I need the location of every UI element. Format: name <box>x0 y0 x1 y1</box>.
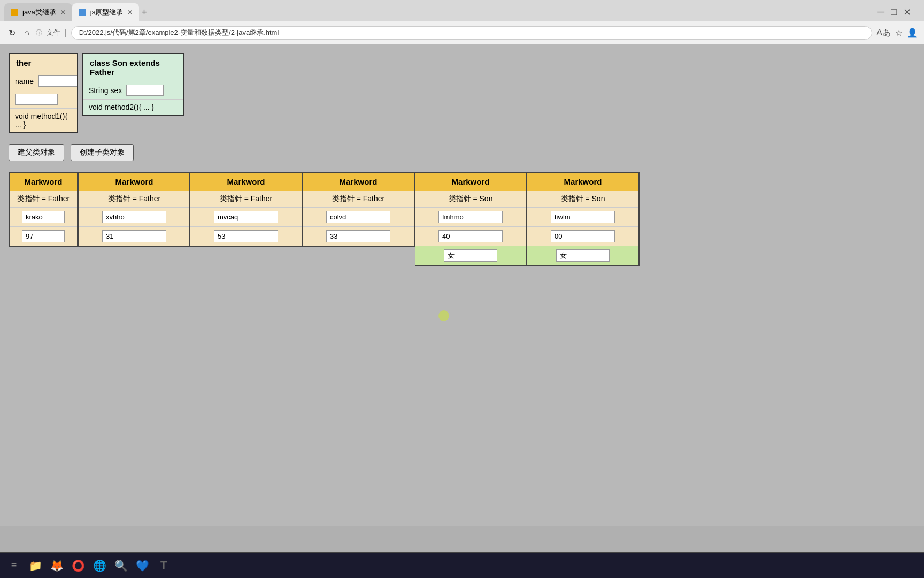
mw-sex-6 <box>527 246 638 265</box>
tab1-label: java类继承 <box>22 7 56 17</box>
class-diagrams: ther name void method1(){ ... } class So… <box>9 53 915 133</box>
mw-sub-6: 类指针 = Son <box>527 191 638 208</box>
mw-sex-input-6[interactable] <box>556 249 610 262</box>
mw-name-3 <box>190 208 302 227</box>
mw-age-input-4[interactable] <box>326 230 390 242</box>
search-icon: 🔍 <box>114 559 128 572</box>
mw-name-input-3[interactable] <box>214 211 278 223</box>
mw-age-input-partial[interactable] <box>22 230 65 242</box>
mw-name-partial <box>10 208 77 227</box>
mw-name-4 <box>303 208 414 227</box>
taskbar-files[interactable]: 📁 <box>26 556 45 575</box>
tab-icon-java <box>11 9 18 16</box>
mw-sex-5 <box>415 246 526 265</box>
mw-name-2 <box>79 208 189 227</box>
mw-name-5 <box>415 208 526 227</box>
mw-age-partial <box>10 227 77 246</box>
mw-header-3: Markword <box>190 173 302 191</box>
tab-icon-js <box>79 9 86 16</box>
father-name-label: name <box>15 77 34 86</box>
profile-icon[interactable]: 👤 <box>907 28 918 38</box>
markword-card-5: Markword 类指针 = Son <box>415 172 527 266</box>
son-sex-input[interactable] <box>126 85 164 96</box>
taskbar-firefox[interactable]: 🦊 <box>47 556 66 575</box>
father-age-input[interactable] <box>15 94 58 105</box>
window-close-button[interactable]: ✕ <box>903 6 911 18</box>
tab-java[interactable]: java类继承 ✕ <box>4 3 72 21</box>
son-class-box: class Son extends Father String sex void… <box>82 53 184 116</box>
mw-sex-input-5[interactable] <box>444 249 497 262</box>
tab1-close[interactable]: ✕ <box>60 9 66 16</box>
info-icon: ⓘ <box>36 28 42 37</box>
tab2-close[interactable]: ✕ <box>127 9 133 16</box>
mw-name-input-5[interactable] <box>438 211 503 223</box>
taskbar: ≡ 📁 🦊 ⭕ 🌐 🔍 💙 T <box>0 552 924 578</box>
mw-sub-4: 类指针 = Father <box>303 191 414 208</box>
father-method: void method1(){ ... } <box>10 109 77 132</box>
create-father-button[interactable]: 建父类对象 <box>9 144 64 161</box>
refresh-button[interactable]: ↻ <box>6 26 18 40</box>
typora-icon: T <box>160 559 167 572</box>
mw-sub-3: 类指针 = Father <box>190 191 302 208</box>
mw-age-input-5[interactable] <box>438 230 503 242</box>
father-name-input[interactable] <box>38 75 78 87</box>
buttons-row: 建父类对象 创建子类对象 <box>9 144 915 161</box>
create-son-button[interactable]: 创建子类对象 <box>71 144 134 161</box>
mw-name-input-partial[interactable] <box>22 211 65 223</box>
address-right-icons: Aあ ☆ 👤 <box>876 27 918 39</box>
translate-icon[interactable]: Aあ <box>876 27 891 39</box>
markword-cards: Markword 类指针 = Father Markword 类指针 = Fat… <box>9 172 915 266</box>
markword-card-4: Markword 类指针 = Father <box>303 172 415 247</box>
minimize-button[interactable]: ─ <box>877 6 884 18</box>
url-input[interactable] <box>71 26 873 40</box>
favorites-icon[interactable]: ☆ <box>895 28 903 38</box>
mw-header-partial: Markword <box>10 173 77 191</box>
markword-card-3: Markword 类指针 = Father <box>190 172 303 247</box>
address-bar: ↻ ⌂ ⓘ 文件 | Aあ ☆ 👤 <box>0 21 924 44</box>
mw-age-input-3[interactable] <box>214 230 278 242</box>
browser-chrome: java类继承 ✕ js原型继承 ✕ + ─ □ ✕ ↻ ⌂ ⓘ 文件 | Aあ… <box>0 0 924 44</box>
mw-age-3 <box>190 227 302 246</box>
tab2-label: js原型继承 <box>90 7 123 17</box>
office-icon: ⭕ <box>72 559 85 572</box>
taskbar-edge[interactable]: 🌐 <box>90 556 109 575</box>
mw-header-4: Markword <box>303 173 414 191</box>
home-button[interactable]: ⌂ <box>22 26 32 40</box>
son-method: void method2(){ ... } <box>83 100 183 115</box>
new-tab-button[interactable]: + <box>141 7 147 18</box>
vscode-icon: 💙 <box>136 559 149 572</box>
mw-header-2: Markword <box>79 173 189 191</box>
father-class-title: ther <box>10 54 77 72</box>
father-name-field: name <box>10 72 77 90</box>
mw-age-input-2[interactable] <box>102 230 166 242</box>
mw-age-2 <box>79 227 189 246</box>
mw-name-6 <box>527 208 638 227</box>
taskbar-typora[interactable]: T <box>154 556 173 575</box>
mw-header-5: Markword <box>415 173 526 191</box>
mw-name-input-6[interactable] <box>551 211 615 223</box>
cursor-indicator <box>438 310 449 321</box>
mw-name-input-4[interactable] <box>326 211 390 223</box>
maximize-button[interactable]: □ <box>891 6 897 18</box>
markword-card-2: Markword 类指针 = Father <box>78 172 190 247</box>
father-class-box: ther name void method1(){ ... } <box>9 53 78 133</box>
markword-card-partial: Markword 类指针 = Father <box>9 172 78 247</box>
taskbar-office[interactable]: ⭕ <box>68 556 88 575</box>
taskbar-search[interactable]: 🔍 <box>111 556 130 575</box>
taskbar-start[interactable]: ≡ <box>4 556 24 575</box>
father-age-field <box>10 90 77 109</box>
markword-card-6: Markword 类指针 = Son <box>527 172 640 266</box>
mw-sub-2: 类指针 = Father <box>79 191 189 208</box>
mw-sub-partial: 类指针 = Father <box>10 191 77 208</box>
mw-header-6: Markword <box>527 173 638 191</box>
mw-name-input-2[interactable] <box>102 211 166 223</box>
mw-age-4 <box>303 227 414 246</box>
mw-age-input-6[interactable] <box>551 230 615 242</box>
url-separator: | <box>65 28 67 37</box>
son-class-title: class Son extends Father <box>83 54 183 81</box>
son-title-text: class Son extends Father <box>90 58 160 77</box>
son-sex-label: String sex <box>89 86 122 95</box>
taskbar-vscode[interactable]: 💙 <box>133 556 152 575</box>
tab-js[interactable]: js原型继承 ✕ <box>72 3 139 21</box>
tab-bar: java类继承 ✕ js原型继承 ✕ + ─ □ ✕ <box>0 0 924 21</box>
